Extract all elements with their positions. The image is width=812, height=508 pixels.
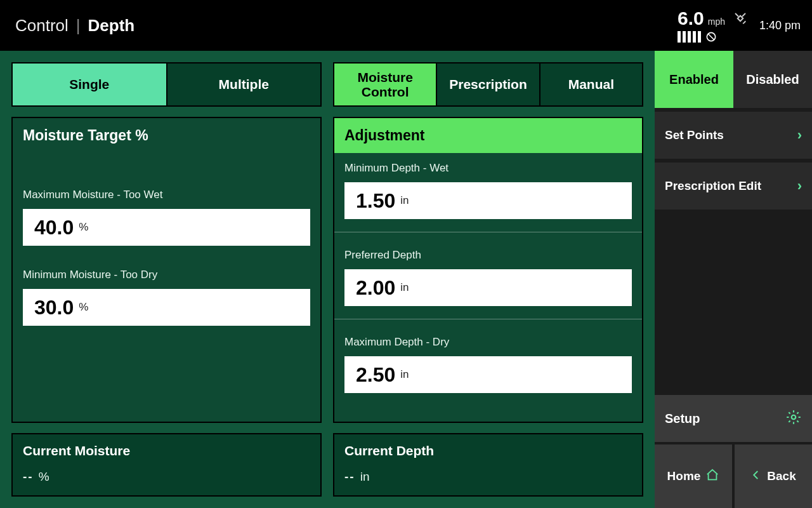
svg-point-5 <box>792 415 796 419</box>
clock: 1:40 pm <box>759 19 801 32</box>
min-moisture-input[interactable]: 30.0 % <box>23 289 310 326</box>
sidebar-item-set-points[interactable]: Set Points › <box>655 112 812 159</box>
breadcrumb-control: Control <box>15 16 69 36</box>
current-moisture-panel: Current Moisture -- % <box>11 433 322 497</box>
moisture-target-title: Moisture Target % <box>13 118 320 153</box>
home-label: Home <box>667 469 701 483</box>
gps-icon <box>705 30 717 43</box>
current-depth-value: -- <box>344 470 355 484</box>
adjustment-title: Adjustment <box>334 118 642 153</box>
chevron-right-icon: › <box>797 127 802 144</box>
sidebar-item-label: Set Points <box>665 128 724 142</box>
setup-button[interactable]: Setup <box>655 395 812 442</box>
breadcrumb-depth: Depth <box>88 16 135 36</box>
current-depth-panel: Current Depth -- in <box>333 433 643 497</box>
gear-icon <box>785 409 802 429</box>
tab-manual[interactable]: Manual <box>539 64 642 105</box>
home-icon <box>705 468 719 485</box>
enable-toggle: Enabled Disabled <box>655 51 812 108</box>
svg-rect-0 <box>738 16 743 21</box>
setup-label: Setup <box>665 411 700 426</box>
current-depth-unit: in <box>360 470 370 484</box>
breadcrumb: Control | Depth <box>15 16 134 36</box>
adjustment-panel: Adjustment Minimum Depth - Wet 1.50 in P… <box>333 117 643 423</box>
enabled-button[interactable]: Enabled <box>655 51 733 108</box>
preferred-depth-input[interactable]: 2.00 in <box>344 269 632 306</box>
right-sidebar: Enabled Disabled Set Points › Prescripti… <box>655 51 812 508</box>
divider <box>334 232 642 232</box>
divider <box>334 319 642 319</box>
max-moisture-unit: % <box>79 221 88 234</box>
svg-line-4 <box>708 34 714 40</box>
chevron-left-icon <box>750 468 762 485</box>
preferred-depth-unit: in <box>400 281 409 294</box>
speed-unit: mph <box>708 17 725 27</box>
preferred-depth-value: 2.00 <box>356 276 395 300</box>
top-bar: Control | Depth 6.0 mph <box>0 0 812 51</box>
satellite-icon <box>733 11 748 26</box>
back-button[interactable]: Back <box>735 444 812 508</box>
preferred-depth-label: Preferred Depth <box>344 249 632 262</box>
max-depth-label: Maximum Depth - Dry <box>344 336 632 349</box>
tab-prescription[interactable]: Prescription <box>436 64 539 105</box>
current-depth-title: Current Depth <box>344 443 632 458</box>
control-mode-tabs: Moisture Control Prescription Manual <box>333 62 643 107</box>
view-mode-tabs: Single Multiple <box>11 62 322 107</box>
status-block: 6.0 mph <box>678 8 748 43</box>
svg-line-2 <box>742 13 745 17</box>
chevron-right-icon: › <box>797 178 802 194</box>
breadcrumb-separator: | <box>76 16 81 36</box>
moisture-target-panel: Moisture Target % Maximum Moisture - Too… <box>11 117 322 423</box>
current-moisture-title: Current Moisture <box>23 443 310 458</box>
current-moisture-value: -- <box>23 470 34 484</box>
max-depth-input[interactable]: 2.50 in <box>344 356 632 393</box>
min-moisture-value: 30.0 <box>34 296 74 319</box>
min-moisture-unit: % <box>79 301 88 314</box>
min-depth-label: Minimum Depth - Wet <box>344 162 632 175</box>
svg-line-1 <box>735 13 738 17</box>
disabled-button[interactable]: Disabled <box>733 51 812 108</box>
speed-value: 6.0 <box>678 8 704 29</box>
back-label: Back <box>767 469 796 483</box>
min-depth-input[interactable]: 1.50 in <box>344 182 632 219</box>
max-depth-value: 2.50 <box>356 363 395 387</box>
min-depth-value: 1.50 <box>356 189 395 213</box>
max-moisture-input[interactable]: 40.0 % <box>23 209 310 246</box>
tab-single[interactable]: Single <box>13 64 166 105</box>
max-moisture-value: 40.0 <box>34 216 74 239</box>
home-button[interactable]: Home <box>655 444 732 508</box>
sidebar-item-prescription-edit[interactable]: Prescription Edit › <box>655 163 812 210</box>
max-depth-unit: in <box>400 368 409 381</box>
min-moisture-label: Minimum Moisture - Too Dry <box>23 269 310 281</box>
max-moisture-label: Maximum Moisture - Too Wet <box>23 189 310 201</box>
tab-multiple[interactable]: Multiple <box>166 64 321 105</box>
signal-bars-icon <box>678 31 701 43</box>
tab-moisture-control[interactable]: Moisture Control <box>334 64 436 105</box>
min-depth-unit: in <box>400 194 409 207</box>
sidebar-item-label: Prescription Edit <box>665 179 761 193</box>
current-moisture-unit: % <box>39 470 49 484</box>
